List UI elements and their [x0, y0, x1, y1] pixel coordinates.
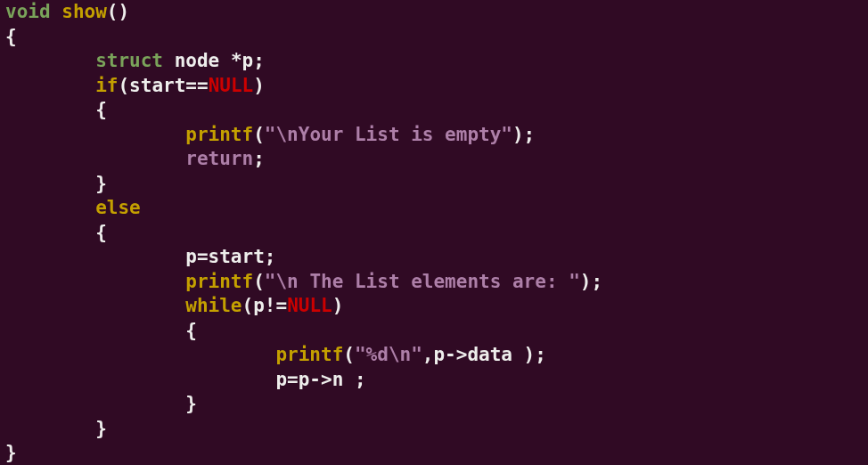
lparen: ( — [253, 124, 265, 145]
indent — [5, 246, 185, 267]
keyword-if: if — [95, 75, 118, 96]
rparen-semi: ); — [580, 271, 602, 292]
var-p: p — [242, 50, 254, 71]
args-pdata: ,p->data ); — [422, 344, 546, 365]
indent — [5, 124, 185, 145]
brace-close: } — [5, 442, 17, 463]
keyword-void: void — [5, 1, 51, 22]
indent — [5, 148, 185, 169]
func-show: show — [61, 1, 107, 22]
brace-close: } — [95, 173, 107, 194]
keyword-struct: struct — [95, 50, 163, 71]
brace-open: { — [95, 222, 107, 243]
rparen-semi: ); — [512, 124, 535, 145]
parens: () — [107, 1, 129, 22]
indent — [5, 173, 95, 194]
indent — [5, 75, 95, 96]
var-p: p — [253, 295, 265, 316]
string-elems: "\n The List elements are: " — [265, 271, 580, 292]
indent — [5, 418, 95, 439]
op-eqeq: == — [185, 75, 208, 96]
type-node: node — [175, 50, 220, 71]
keyword-while: while — [185, 295, 242, 316]
indent — [5, 222, 95, 243]
indent — [5, 295, 185, 316]
lparen: ( — [253, 271, 265, 292]
indent — [5, 393, 185, 414]
const-null: NULL — [209, 75, 254, 96]
op-neq: != — [265, 295, 287, 316]
brace-close: } — [185, 393, 197, 414]
semicolon: ; — [253, 50, 265, 71]
stmt-assign: p=start; — [185, 246, 275, 267]
brace-open: { — [5, 26, 17, 47]
const-null: NULL — [287, 295, 332, 316]
indent — [5, 369, 275, 390]
code-block: void show() { struct node *p; if(start==… — [0, 0, 868, 465]
string-empty: "\nYour List is empty" — [265, 124, 512, 145]
keyword-return: return — [185, 148, 253, 169]
indent — [5, 99, 95, 120]
indent — [5, 271, 185, 292]
rparen: ) — [253, 75, 265, 96]
indent — [5, 197, 95, 218]
indent — [5, 50, 95, 71]
brace-open: { — [185, 320, 197, 341]
lparen: ( — [242, 295, 254, 316]
space — [51, 1, 62, 22]
lparen: ( — [343, 344, 355, 365]
func-printf: printf — [185, 271, 253, 292]
brace-open: { — [95, 99, 107, 120]
stmt-pnext: p=p->n ; — [275, 369, 365, 390]
space — [219, 50, 231, 71]
lparen: ( — [118, 75, 129, 96]
brace-close: } — [95, 418, 107, 439]
semicolon: ; — [253, 148, 265, 169]
star: * — [231, 50, 242, 71]
func-printf: printf — [275, 344, 343, 365]
keyword-else: else — [95, 197, 141, 218]
indent — [5, 320, 185, 341]
indent — [5, 344, 275, 365]
var-start: start — [129, 75, 185, 96]
rparen: ) — [332, 295, 344, 316]
space — [163, 50, 175, 71]
func-printf: printf — [185, 124, 253, 145]
string-fmt: "%d\n" — [355, 344, 422, 365]
